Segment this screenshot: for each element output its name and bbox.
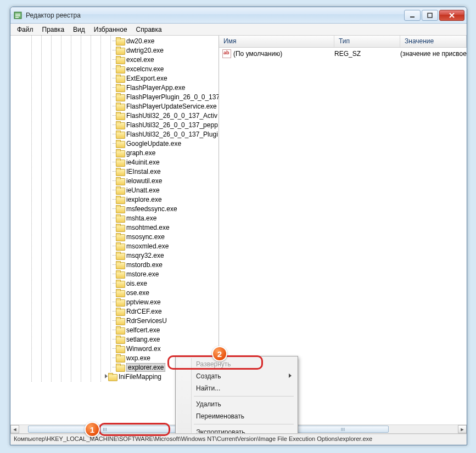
tree-item-label: msfeedssync.exe <box>126 205 177 213</box>
tree-item[interactable]: dwtrig20.exe <box>10 46 219 55</box>
tree-item[interactable]: ExtExport.exe <box>10 73 219 83</box>
tree-item[interactable]: msosync.exe <box>10 232 219 241</box>
tree-item-label: RdrServicesU <box>126 317 167 325</box>
ctx-export[interactable]: Экспортировать <box>177 426 296 434</box>
value-row[interactable]: (По умолчанию) REG_SZ (значение не присв… <box>219 49 467 59</box>
folder-icon <box>116 214 125 222</box>
tree-item[interactable]: FlashUtil32_26_0_0_137_Plugi <box>10 129 219 139</box>
tree-item-label: IniFileMapping <box>119 373 161 381</box>
tree-item[interactable]: Winword.ex <box>10 344 219 353</box>
annotation-badge-1: 1 <box>85 422 100 437</box>
maximize-button[interactable] <box>422 10 438 21</box>
tree-item[interactable]: setlang.exe <box>10 335 219 344</box>
tree-item[interactable]: selfcert.exe <box>10 325 219 335</box>
tree-item[interactable]: msqry32.exe <box>10 251 219 260</box>
tree-item-label: ieUnatt.exe <box>126 186 160 194</box>
tree-item-label: excel.exe <box>126 56 154 64</box>
tree-item-label: FlashUtil32_26_0_0_137_Activ <box>126 112 217 120</box>
registry-tree[interactable]: dw20.exedwtrig20.exeexcel.exeexcelcnv.ex… <box>10 36 219 382</box>
column-value[interactable]: Значение <box>400 36 467 47</box>
folder-icon <box>116 289 125 297</box>
folder-icon <box>116 224 125 231</box>
scroll-thumb[interactable]: III <box>28 426 182 433</box>
menu-edit[interactable]: Правка <box>38 24 69 35</box>
tree-item[interactable]: dw20.exe <box>10 36 219 46</box>
tree-item[interactable]: msfeedssync.exe <box>10 204 219 213</box>
tree-item[interactable]: ielowutil.exe <box>10 176 219 185</box>
tree-item[interactable]: ie4uinit.exe <box>10 157 219 167</box>
tree-item-label: msqry32.exe <box>126 252 164 259</box>
ctx-delete[interactable]: Удалить <box>177 398 296 410</box>
value-type: REG_SZ <box>334 50 400 58</box>
folder-icon <box>116 252 125 259</box>
tree-item-label: mstordb.exe <box>126 261 163 269</box>
folder-icon <box>116 345 125 353</box>
tree-item[interactable]: FlashUtil32_26_0_0_137_Activ <box>10 111 219 120</box>
menu-view[interactable]: Вид <box>69 24 89 35</box>
folder-icon <box>116 242 125 250</box>
menu-favorites[interactable]: Избранное <box>89 24 132 35</box>
column-name[interactable]: Имя <box>219 36 334 47</box>
submenu-arrow-icon <box>289 373 292 378</box>
tree-item[interactable]: ose.exe <box>10 288 219 297</box>
tree-item[interactable]: RdrServicesU <box>10 316 219 325</box>
close-button[interactable] <box>439 10 464 21</box>
scroll-right-icon[interactable]: ► <box>458 425 467 433</box>
tree-item[interactable]: msohtmed.exe <box>10 223 219 232</box>
main-area: dw20.exedwtrig20.exeexcel.exeexcelcnv.ex… <box>10 36 467 434</box>
column-type[interactable]: Тип <box>334 36 400 47</box>
tree-item[interactable]: mshta.exe <box>10 213 219 223</box>
ctx-rename[interactable]: Переименовать <box>177 410 296 422</box>
ctx-find[interactable]: Найти... <box>177 382 296 394</box>
string-value-icon <box>222 49 231 58</box>
tree-item[interactable]: RdrCEF.exe <box>10 307 219 316</box>
tree-item-label: ois.exe <box>126 280 147 287</box>
svg-rect-3 <box>15 17 19 18</box>
tree-item-label: GoogleUpdate.exe <box>126 140 181 148</box>
expand-arrow-icon[interactable] <box>105 374 108 378</box>
tree-item-label: ose.exe <box>126 289 149 297</box>
folder-icon <box>116 308 125 315</box>
folder-icon <box>116 354 125 362</box>
tree-item[interactable]: FlashUtil32_26_0_0_137_pepp <box>10 120 219 129</box>
folder-icon <box>116 205 125 213</box>
menu-help[interactable]: Справка <box>132 24 166 35</box>
tree-item-label: mstore.exe <box>126 270 159 278</box>
ctx-create[interactable]: Создать <box>177 370 296 382</box>
annotation-badge-2: 2 <box>212 346 227 361</box>
tree-item-label: FlashPlayerPlugin_26_0_0_137 <box>126 93 219 101</box>
tree-item[interactable]: ieUnatt.exe <box>10 185 219 195</box>
tree-item[interactable]: iexplore.exe <box>10 195 219 204</box>
tree-item[interactable]: excel.exe <box>10 55 219 64</box>
tree-item[interactable]: FlashPlayerApp.exe <box>10 83 219 92</box>
tree-item[interactable]: msoxmled.exe <box>10 241 219 251</box>
folder-icon <box>116 177 125 185</box>
tree-item-label: mshta.exe <box>126 214 156 222</box>
tree-item[interactable]: mstordb.exe <box>10 260 219 269</box>
tree-item[interactable]: excelcnv.exe <box>10 64 219 73</box>
window-controls <box>404 10 464 21</box>
tree-item-label: FlashPlayerUpdateService.exe <box>126 103 217 110</box>
tree-item[interactable]: pptview.exe <box>10 297 219 307</box>
tree-item[interactable]: ois.exe <box>10 279 219 288</box>
tree-item[interactable]: FlashPlayerUpdateService.exe <box>10 101 219 111</box>
tree-item[interactable]: mstore.exe <box>10 269 219 279</box>
value-name: (По умолчанию) <box>233 50 334 58</box>
tree-item[interactable]: graph.exe <box>10 148 219 157</box>
values-list[interactable]: (По умолчанию) REG_SZ (значение не присв… <box>219 48 467 60</box>
tree-item[interactable]: FlashPlayerPlugin_26_0_0_137 <box>10 92 219 101</box>
minimize-button[interactable] <box>404 10 421 21</box>
tree-item-label: iexplore.exe <box>126 196 162 203</box>
tree-item[interactable]: IEInstal.exe <box>10 167 219 176</box>
tree-item-label: ExtExport.exe <box>126 75 167 82</box>
folder-icon <box>116 186 125 194</box>
folder-icon <box>116 149 125 157</box>
folder-icon <box>116 112 125 120</box>
folder-icon <box>116 158 125 166</box>
folder-icon <box>116 326 125 334</box>
ctx-expand[interactable]: Развернуть <box>177 358 296 370</box>
scroll-left-icon[interactable]: ◄ <box>10 425 19 433</box>
scroll-thumb[interactable]: III <box>297 426 389 433</box>
menu-file[interactable]: Файл <box>13 24 38 35</box>
tree-item[interactable]: GoogleUpdate.exe <box>10 139 219 148</box>
